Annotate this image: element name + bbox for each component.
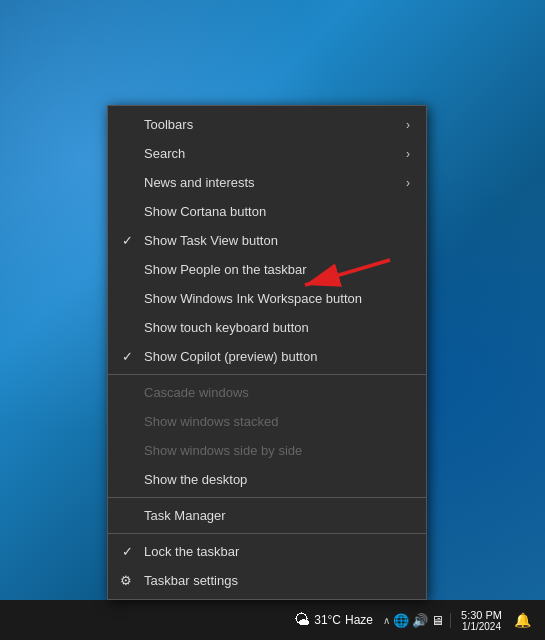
menu-item-label: Show windows stacked <box>144 414 278 429</box>
taskbar-right: 🌤 31°C Haze ∧ 🌐 🔊 🖥 5:30 PM 1/1/2024 🔔 <box>282 609 541 632</box>
submenu-arrow-icon: › <box>406 147 410 161</box>
menu-item-news-and-interests[interactable]: News and interests› <box>108 168 426 197</box>
clock-area[interactable]: 5:30 PM 1/1/2024 <box>457 609 506 632</box>
menu-item-toolbars[interactable]: Toolbars› <box>108 110 426 139</box>
menu-item-side-by-side: Show windows side by side <box>108 436 426 465</box>
menu-item-label: Show Copilot (preview) button <box>144 349 317 364</box>
system-tray-icons: ∧ 🌐 🔊 🖥 <box>383 613 451 628</box>
checkmark-icon: ✓ <box>122 544 133 559</box>
network-icon: 🌐 <box>393 613 409 628</box>
menu-divider <box>108 533 426 534</box>
menu-item-stacked: Show windows stacked <box>108 407 426 436</box>
menu-item-label: Show touch keyboard button <box>144 320 309 335</box>
menu-item-lock-taskbar[interactable]: ✓Lock the taskbar <box>108 537 426 566</box>
menu-item-show-cortana[interactable]: Show Cortana button <box>108 197 426 226</box>
menu-item-label: Cascade windows <box>144 385 249 400</box>
menu-item-show-copilot[interactable]: ✓Show Copilot (preview) button <box>108 342 426 371</box>
chevron-icon[interactable]: ∧ <box>383 615 390 626</box>
submenu-arrow-icon: › <box>406 176 410 190</box>
weather-temp: 31°C <box>314 613 341 627</box>
checkmark-icon: ✓ <box>122 349 133 364</box>
notification-icon[interactable]: 🔔 <box>510 612 535 628</box>
submenu-arrow-icon: › <box>406 118 410 132</box>
menu-item-label: Show windows side by side <box>144 443 302 458</box>
weather-widget[interactable]: 🌤 31°C Haze <box>288 611 379 629</box>
menu-item-show-people[interactable]: Show People on the taskbar <box>108 255 426 284</box>
menu-item-show-desktop[interactable]: Show the desktop <box>108 465 426 494</box>
menu-item-label: Show the desktop <box>144 472 247 487</box>
weather-icon: 🌤 <box>294 611 310 629</box>
menu-item-label: Show Windows Ink Workspace button <box>144 291 362 306</box>
menu-item-task-manager[interactable]: Task Manager <box>108 501 426 530</box>
menu-item-taskbar-settings[interactable]: ⚙Taskbar settings <box>108 566 426 595</box>
menu-item-label: Show People on the taskbar <box>144 262 307 277</box>
menu-divider <box>108 497 426 498</box>
menu-item-label: Lock the taskbar <box>144 544 239 559</box>
weather-condition: Haze <box>345 613 373 627</box>
menu-item-show-task-view[interactable]: ✓Show Task View button <box>108 226 426 255</box>
taskbar: 🌤 31°C Haze ∧ 🌐 🔊 🖥 5:30 PM 1/1/2024 🔔 <box>0 600 545 640</box>
menu-item-show-touch[interactable]: Show touch keyboard button <box>108 313 426 342</box>
menu-item-label: Search <box>144 146 185 161</box>
menu-item-label: Task Manager <box>144 508 226 523</box>
display-icon: 🖥 <box>431 613 444 628</box>
menu-item-label: Show Cortana button <box>144 204 266 219</box>
clock-date: 1/1/2024 <box>462 621 501 632</box>
context-menu: Toolbars›Search›News and interests›Show … <box>107 105 427 600</box>
menu-divider <box>108 374 426 375</box>
clock-time: 5:30 PM <box>461 609 502 621</box>
gear-icon: ⚙ <box>120 573 132 588</box>
menu-item-search[interactable]: Search› <box>108 139 426 168</box>
menu-item-label: Taskbar settings <box>144 573 238 588</box>
menu-item-cascade: Cascade windows <box>108 378 426 407</box>
menu-item-label: Show Task View button <box>144 233 278 248</box>
menu-item-label: Toolbars <box>144 117 193 132</box>
checkmark-icon: ✓ <box>122 233 133 248</box>
menu-item-show-ink[interactable]: Show Windows Ink Workspace button <box>108 284 426 313</box>
volume-icon: 🔊 <box>412 613 428 628</box>
menu-item-label: News and interests <box>144 175 255 190</box>
